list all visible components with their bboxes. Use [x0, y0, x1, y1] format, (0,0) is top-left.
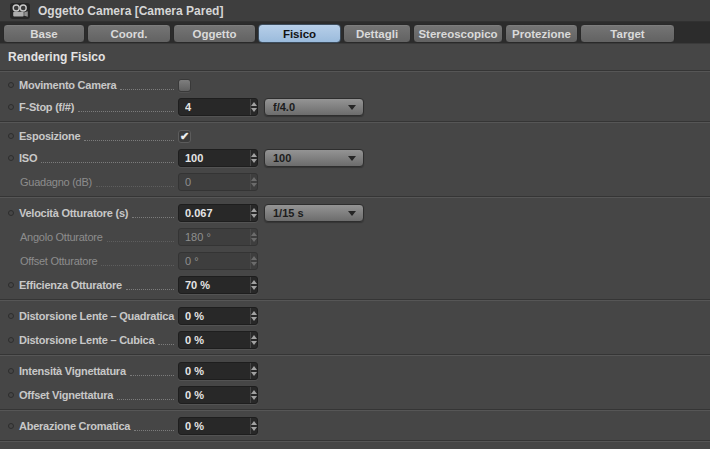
spinner-up-icon[interactable]	[251, 102, 257, 106]
esposizione-checkbox[interactable]: ✔	[178, 130, 191, 143]
row-velocita-otturatore: Velocità Otturatore (s) 1/15 s	[0, 201, 710, 225]
tab-coord[interactable]: Coord.	[87, 24, 171, 43]
iso-input[interactable]	[179, 152, 250, 164]
spinner-down-icon[interactable]	[251, 159, 257, 163]
separator	[0, 121, 710, 123]
offset-vignettatura-input[interactable]	[179, 389, 250, 401]
row-efficienza-otturatore: Efficienza Otturatore	[0, 273, 710, 297]
keyframe-marker[interactable]	[8, 337, 14, 343]
tab-base[interactable]: Base	[3, 24, 85, 43]
angolo-otturatore-input	[179, 231, 250, 243]
intensita-vignettatura-stepper[interactable]	[250, 363, 257, 379]
spinner-up-icon[interactable]	[251, 208, 257, 212]
dotted-leader	[126, 280, 174, 290]
f-stop-dropdown[interactable]: f/4.0	[264, 98, 364, 116]
spinner-down-icon[interactable]	[251, 108, 257, 112]
spinner-down-icon[interactable]	[251, 396, 257, 400]
velocita-otturatore-input[interactable]	[179, 207, 250, 219]
spinner-up-icon[interactable]	[251, 366, 257, 370]
separator	[0, 70, 710, 72]
aberazione-cromatica-value-box[interactable]	[178, 417, 258, 435]
row-aberazione-cromatica: Aberazione Cromatica	[0, 414, 710, 438]
dotted-leader	[107, 232, 174, 242]
f-stop-input[interactable]	[179, 101, 250, 113]
spinner-up-icon[interactable]	[251, 390, 257, 394]
f-stop-stepper[interactable]	[250, 99, 257, 115]
keyframe-marker[interactable]	[8, 368, 14, 374]
keyframe-marker[interactable]	[8, 104, 14, 110]
param-label: Intensità Vignettatura	[19, 365, 126, 377]
spinner-up-icon[interactable]	[251, 335, 257, 339]
tab-fisico[interactable]: Fisico	[258, 24, 341, 43]
distorsione-quadratica-value-box[interactable]	[178, 307, 258, 325]
spinner-down-icon[interactable]	[251, 341, 257, 345]
offset-vignettatura-stepper[interactable]	[250, 387, 257, 403]
aberazione-cromatica-input[interactable]	[179, 420, 250, 432]
dotted-leader	[78, 102, 174, 112]
dotted-leader	[117, 390, 174, 400]
distorsione-cubica-stepper[interactable]	[250, 332, 257, 348]
dotted-leader	[41, 153, 174, 163]
iso-stepper[interactable]	[250, 150, 257, 166]
spinner-down-icon	[251, 183, 257, 187]
efficienza-otturatore-input[interactable]	[179, 279, 250, 291]
angolo-otturatore-value-box	[178, 228, 258, 246]
spinner-up-icon[interactable]	[251, 311, 257, 315]
spinner-down-icon[interactable]	[251, 317, 257, 321]
separator	[0, 354, 710, 356]
f-stop-value-box[interactable]	[178, 98, 258, 116]
intensita-vignettatura-input[interactable]	[179, 365, 250, 377]
distorsione-cubica-value-box[interactable]	[178, 331, 258, 349]
dropdown-value: 1/15 s	[273, 207, 348, 219]
velocita-otturatore-dropdown[interactable]: 1/15 s	[264, 204, 364, 222]
iso-dropdown[interactable]: 100	[264, 149, 364, 167]
velocita-otturatore-stepper[interactable]	[250, 205, 257, 221]
keyframe-marker[interactable]	[8, 423, 14, 429]
distorsione-quadratica-stepper[interactable]	[250, 308, 257, 324]
offset-vignettatura-value-box[interactable]	[178, 386, 258, 404]
guadagno-value-box	[178, 173, 258, 191]
dotted-leader	[130, 366, 174, 376]
tab-stereoscopico[interactable]: Stereoscopico	[413, 24, 503, 43]
iso-value-box[interactable]	[178, 149, 258, 167]
efficienza-otturatore-stepper[interactable]	[250, 277, 257, 293]
keyframe-marker[interactable]	[8, 210, 14, 216]
spinner-down-icon[interactable]	[251, 427, 257, 431]
row-iso: ISO 100	[0, 146, 710, 170]
dotted-leader	[84, 131, 174, 141]
keyframe-marker[interactable]	[8, 282, 14, 288]
movimento-camera-checkbox[interactable]	[178, 79, 191, 92]
keyframe-marker[interactable]	[8, 392, 14, 398]
keyframe-marker[interactable]	[8, 155, 14, 161]
distorsione-quadratica-input[interactable]	[179, 310, 250, 322]
tab-target[interactable]: Target	[580, 24, 675, 43]
spinner-up-icon[interactable]	[251, 421, 257, 425]
param-label: Efficienza Otturatore	[19, 279, 122, 291]
physical-render-panel: Rendering Fisico Movimento Camera F-Stop…	[0, 44, 710, 449]
param-label: Offset Otturatore	[20, 255, 97, 267]
aberazione-cromatica-stepper[interactable]	[250, 418, 257, 434]
tab-bar: Base Coord. Oggetto Fisico Dettagli Ster…	[0, 22, 710, 44]
window-title: Oggetto Camera [Camera Pared]	[38, 4, 223, 18]
efficienza-otturatore-value-box[interactable]	[178, 276, 258, 294]
spinner-up-icon[interactable]	[251, 280, 257, 284]
angolo-otturatore-stepper	[250, 229, 257, 245]
distorsione-cubica-input[interactable]	[179, 334, 250, 346]
row-offset-vignettatura: Offset Vignettatura	[0, 383, 710, 407]
keyframe-marker[interactable]	[8, 313, 14, 319]
keyframe-marker[interactable]	[8, 133, 14, 139]
dotted-leader	[101, 256, 174, 266]
spinner-down-icon[interactable]	[251, 372, 257, 376]
spinner-up-icon[interactable]	[251, 153, 257, 157]
velocita-otturatore-value-box[interactable]	[178, 204, 258, 222]
param-label: Angolo Otturatore	[20, 231, 103, 243]
intensita-vignettatura-value-box[interactable]	[178, 362, 258, 380]
param-label: F-Stop (f/#)	[19, 101, 74, 113]
tab-oggetto[interactable]: Oggetto	[173, 24, 256, 43]
separator	[0, 196, 710, 198]
tab-dettagli[interactable]: Dettagli	[343, 24, 411, 43]
keyframe-marker[interactable]	[8, 82, 14, 88]
spinner-down-icon[interactable]	[251, 286, 257, 290]
tab-protezione[interactable]: Protezione	[505, 24, 578, 43]
spinner-down-icon[interactable]	[251, 214, 257, 218]
